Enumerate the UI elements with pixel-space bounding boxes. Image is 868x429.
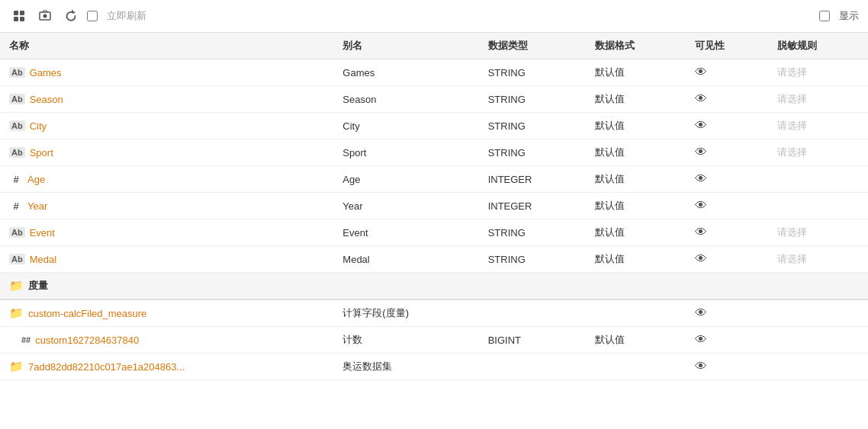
- field-name-container: Ab Games: [9, 67, 324, 78]
- field-name-link[interactable]: Age: [27, 174, 45, 185]
- measure-folder-icon: 📁: [9, 306, 24, 320]
- cell-alias: Sport: [333, 139, 478, 166]
- measure-row: 📁 custom-calcFiled_measure 计算字段(度量) 👁: [0, 300, 868, 327]
- cell-datatype: STRING: [479, 113, 587, 139]
- cell-visible: 👁: [686, 219, 768, 246]
- snapshot-icon-button[interactable]: [35, 6, 55, 26]
- type-badge-ab: Ab: [9, 120, 25, 131]
- grid-icon-button[interactable]: [9, 6, 29, 26]
- measure-hash-icon: ##: [21, 335, 31, 344]
- visible-eye-icon[interactable]: 👁: [695, 92, 707, 105]
- table-row: Ab City City STRING 默认值 👁 请选择: [0, 113, 868, 139]
- fields-table: 名称 别名 数据类型 数据格式 可见性 脱敏规则 Ab Games Games …: [0, 33, 868, 380]
- cell-name: Ab Season: [0, 86, 333, 113]
- measure-visible-eye-icon[interactable]: 👁: [695, 333, 707, 346]
- field-name-link[interactable]: Games: [30, 67, 62, 78]
- measure-visible-eye-icon[interactable]: 👁: [695, 306, 707, 319]
- cell-masking: 请选择: [768, 246, 868, 273]
- field-name-container: Ab Season: [9, 94, 324, 105]
- masking-select[interactable]: 请选择: [777, 66, 807, 78]
- toolbar-icons: 立即刷新: [9, 6, 146, 26]
- display-label[interactable]: 显示: [839, 9, 859, 23]
- measure-cell-datatype: [479, 354, 587, 380]
- cell-dataformat: 默认值: [586, 193, 686, 219]
- masking-select[interactable]: 请选择: [777, 146, 807, 158]
- measure-cell-dataformat: [586, 300, 686, 327]
- cell-alias: Season: [333, 86, 478, 113]
- measure-row: 📁 7add82dd82210c017ae1a204863... 奥运数据集 👁: [0, 354, 868, 380]
- cell-dataformat: 默认值: [586, 59, 686, 86]
- refresh-icon-button[interactable]: [61, 6, 81, 26]
- cell-dataformat: 默认值: [586, 86, 686, 113]
- field-name-link[interactable]: Sport: [30, 147, 53, 158]
- field-name-link[interactable]: Event: [30, 227, 55, 239]
- measure-name-link[interactable]: 7add82dd82210c017ae1a204863...: [28, 361, 185, 373]
- col-header-name: 名称: [0, 33, 333, 59]
- svg-rect-3: [20, 17, 24, 21]
- measure-cell-name: 📁 7add82dd82210c017ae1a204863...: [0, 354, 333, 380]
- col-header-masking: 脱敏规则: [768, 33, 868, 59]
- cell-masking: 请选择: [768, 113, 868, 139]
- cell-visible: 👁: [686, 139, 768, 166]
- type-badge-ab: Ab: [9, 227, 25, 238]
- cell-visible: 👁: [686, 59, 768, 86]
- visible-eye-icon[interactable]: 👁: [695, 119, 707, 132]
- measures-label: 度量: [28, 279, 48, 293]
- display-checkbox[interactable]: [819, 11, 830, 21]
- visible-eye-icon[interactable]: 👁: [695, 146, 707, 158]
- measures-section-header: 📁 度量: [0, 273, 868, 299]
- measure-cell-masking: [768, 327, 868, 354]
- measure-cell-visible: 👁: [686, 354, 768, 380]
- cell-name: Ab Medal: [0, 246, 333, 273]
- visible-eye-icon[interactable]: 👁: [695, 172, 707, 185]
- refresh-checkbox[interactable]: [87, 11, 98, 21]
- measure-name-link[interactable]: custom-calcFiled_measure: [28, 308, 146, 319]
- measure-cell-alias: 计数: [333, 327, 478, 354]
- svg-rect-0: [14, 11, 18, 15]
- cell-alias: Age: [333, 166, 478, 193]
- measure-name-link[interactable]: custom1627284637840: [35, 335, 139, 346]
- svg-point-5: [43, 14, 47, 18]
- cell-masking: [768, 166, 868, 193]
- field-name-link[interactable]: Season: [30, 94, 63, 105]
- measure-folder-icon: 📁: [9, 360, 24, 373]
- table-row: Ab Season Season STRING 默认值 👁 请选择: [0, 86, 868, 113]
- svg-rect-1: [20, 11, 24, 15]
- visible-eye-icon[interactable]: 👁: [695, 199, 707, 212]
- toolbar-right: 显示: [819, 9, 859, 23]
- refresh-label[interactable]: 立即刷新: [107, 9, 146, 23]
- visible-eye-icon[interactable]: 👁: [695, 252, 707, 265]
- table-row: # Year Year INTEGER 默认值 👁: [0, 193, 868, 219]
- cell-name: # Year: [0, 193, 333, 219]
- measures-section-header-row: 📁 度量: [0, 273, 868, 300]
- cell-datatype: STRING: [479, 219, 587, 246]
- cell-visible: 👁: [686, 166, 768, 193]
- col-header-datatype: 数据类型: [479, 33, 587, 59]
- col-header-visible: 可见性: [686, 33, 768, 59]
- masking-select[interactable]: 请选择: [777, 120, 807, 131]
- type-badge-ab: Ab: [9, 94, 25, 104]
- table-row: Ab Games Games STRING 默认值 👁 请选择: [0, 59, 868, 86]
- cell-name: Ab Sport: [0, 139, 333, 166]
- cell-name: Ab City: [0, 113, 333, 139]
- cell-dataformat: 默认值: [586, 113, 686, 139]
- cell-name: Ab Games: [0, 59, 333, 86]
- cell-visible: 👁: [686, 113, 768, 139]
- masking-select[interactable]: 请选择: [777, 253, 807, 264]
- masking-select[interactable]: 请选择: [777, 93, 807, 104]
- field-name-link[interactable]: City: [30, 120, 47, 132]
- cell-visible: 👁: [686, 246, 768, 273]
- table-row: Ab Medal Medal STRING 默认值 👁 请选择: [0, 246, 868, 273]
- cell-masking: 请选择: [768, 219, 868, 246]
- field-name-link[interactable]: Medal: [30, 254, 56, 265]
- field-name-container: Ab City: [9, 120, 324, 132]
- field-name-link[interactable]: Year: [27, 200, 47, 212]
- visible-eye-icon[interactable]: 👁: [695, 66, 707, 78]
- masking-select[interactable]: 请选择: [777, 226, 807, 238]
- visible-eye-icon[interactable]: 👁: [695, 226, 707, 239]
- measure-cell-datatype: [479, 300, 587, 327]
- measure-visible-eye-icon[interactable]: 👁: [695, 360, 707, 373]
- cell-masking: [768, 193, 868, 219]
- measure-cell-name: ## custom1627284637840: [0, 327, 333, 354]
- field-name-container: # Age: [9, 174, 324, 185]
